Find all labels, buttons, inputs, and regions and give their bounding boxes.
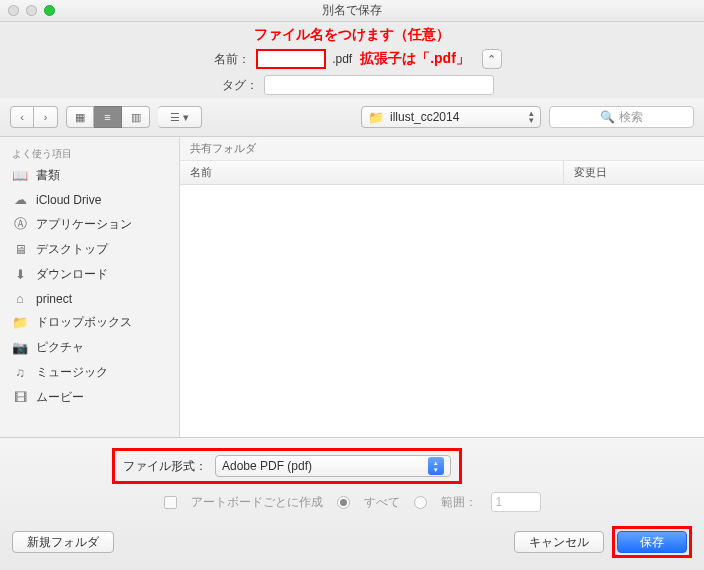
sidebar: よく使う項目 📖書類☁︎iCloud DriveⒶアプリケーション🖥デスクトップ… <box>0 137 180 437</box>
close-icon[interactable] <box>8 5 19 16</box>
book-icon: 📖 <box>12 168 28 183</box>
expand-toggle[interactable]: ⌃ <box>482 49 502 69</box>
sidebar-item[interactable]: ♫ミュージック <box>0 360 179 385</box>
sidebar-item-label: prinect <box>36 292 72 306</box>
options-row: アートボードごとに作成 すべて 範囲： 1 <box>12 492 692 512</box>
nav-forward-button[interactable]: › <box>34 106 58 128</box>
movie-icon: 🎞 <box>12 390 28 405</box>
nav-seg: ‹ › <box>10 106 58 128</box>
sidebar-item[interactable]: ⌂prinect <box>0 287 179 310</box>
view-icons-button[interactable]: ▦ <box>66 106 94 128</box>
stepper-arrows-icon: ▴▾ <box>529 110 534 124</box>
save-dialog-window: 別名で保存 ファイル名をつけます（任意） 名前： .pdf 拡張子は「.pdf」… <box>0 0 704 570</box>
columns-icon: ▥ <box>131 111 141 124</box>
sidebar-item[interactable]: 🎞ムービー <box>0 385 179 410</box>
titlebar: 別名で保存 <box>0 0 704 22</box>
group-icon: ☰ ▾ <box>170 111 189 124</box>
annotation-extension: 拡張子は「.pdf」 <box>360 50 470 68</box>
format-selected: Adobe PDF (pdf) <box>222 459 312 473</box>
folder-icon: 📁 <box>368 110 384 125</box>
path-hint: 共有フォルダ <box>180 137 704 161</box>
file-list-pane: 共有フォルダ 名前 変更日 <box>180 137 704 437</box>
group-seg: ☰ ▾ <box>158 106 202 128</box>
sidebar-item[interactable]: ⬇ダウンロード <box>0 262 179 287</box>
sidebar-item[interactable]: 🖥デスクトップ <box>0 237 179 262</box>
sidebar-item-label: アプリケーション <box>36 216 132 233</box>
sidebar-item-label: ダウンロード <box>36 266 108 283</box>
annotation-filename: ファイル名をつけます（任意） <box>0 22 704 46</box>
toolbar: ‹ › ▦ ≡ ▥ ☰ ▾ 📁 illust_cc2014 ▴▾ 🔍 検索 <box>0 98 704 137</box>
chevron-right-icon: › <box>44 111 48 123</box>
bottom-panel: ファイル形式： Adobe PDF (pdf) ▴▾ アートボードごとに作成 す… <box>0 438 704 570</box>
artboard-label: アートボードごとに作成 <box>191 494 323 511</box>
col-name-header[interactable]: 名前 <box>180 161 564 184</box>
nav-back-button[interactable]: ‹ <box>10 106 34 128</box>
search-placeholder: 検索 <box>619 109 643 126</box>
search-input[interactable]: 🔍 検索 <box>549 106 694 128</box>
tag-row: タグ： <box>0 72 704 98</box>
tag-input[interactable] <box>264 75 494 95</box>
range-input[interactable]: 1 <box>491 492 541 512</box>
music-icon: ♫ <box>12 365 28 380</box>
sidebar-item-label: 書類 <box>36 167 60 184</box>
grid-icon: ▦ <box>75 111 85 124</box>
file-browser: よく使う項目 📖書類☁︎iCloud DriveⒶアプリケーション🖥デスクトップ… <box>0 137 704 438</box>
sidebar-item-label: デスクトップ <box>36 241 108 258</box>
chevron-up-icon: ⌃ <box>487 53 496 66</box>
sidebar-heading: よく使う項目 <box>0 143 179 163</box>
all-label: すべて <box>364 494 400 511</box>
desktop-icon: 🖥 <box>12 242 28 257</box>
file-listing[interactable] <box>180 185 704 437</box>
all-radio[interactable] <box>337 496 350 509</box>
range-label: 範囲： <box>441 494 477 511</box>
artboard-checkbox[interactable] <box>164 496 177 509</box>
zoom-icon[interactable] <box>44 5 55 16</box>
sidebar-item[interactable]: 📖書類 <box>0 163 179 188</box>
sidebar-item-label: ミュージック <box>36 364 108 381</box>
view-seg: ▦ ≡ ▥ <box>66 106 150 128</box>
range-radio[interactable] <box>414 496 427 509</box>
sidebar-item-label: ドロップボックス <box>36 314 132 331</box>
sidebar-item[interactable]: Ⓐアプリケーション <box>0 211 179 237</box>
folder-name: illust_cc2014 <box>390 110 523 124</box>
format-select[interactable]: Adobe PDF (pdf) ▴▾ <box>215 455 451 477</box>
cloud-icon: ☁︎ <box>12 192 28 207</box>
save-highlight: 保存 <box>612 526 692 558</box>
new-folder-button[interactable]: 新規フォルダ <box>12 531 114 553</box>
folder-dropdown[interactable]: 📁 illust_cc2014 ▴▾ <box>361 106 541 128</box>
name-row: 名前： .pdf 拡張子は「.pdf」 ⌃ <box>0 46 704 72</box>
folder-icon: 📁 <box>12 315 28 330</box>
apps-icon: Ⓐ <box>12 215 28 233</box>
button-row: 新規フォルダ キャンセル 保存 <box>12 526 692 558</box>
group-by-button[interactable]: ☰ ▾ <box>158 106 202 128</box>
search-icon: 🔍 <box>600 110 615 124</box>
view-columns-button[interactable]: ▥ <box>122 106 150 128</box>
download-icon: ⬇ <box>12 267 28 282</box>
name-label: 名前： <box>202 51 250 68</box>
save-button[interactable]: 保存 <box>617 531 687 553</box>
file-extension: .pdf <box>332 52 352 66</box>
column-header: 名前 変更日 <box>180 161 704 185</box>
chevron-left-icon: ‹ <box>20 111 24 123</box>
tag-label: タグ： <box>210 77 258 94</box>
sidebar-item[interactable]: 📁ドロップボックス <box>0 310 179 335</box>
traffic-lights <box>8 5 55 16</box>
col-date-header[interactable]: 変更日 <box>564 161 704 184</box>
sidebar-item-label: ピクチャ <box>36 339 84 356</box>
cancel-button[interactable]: キャンセル <box>514 531 604 553</box>
filename-input[interactable] <box>256 49 326 69</box>
view-list-button[interactable]: ≡ <box>94 106 122 128</box>
format-label: ファイル形式： <box>123 458 207 475</box>
camera-icon: 📷 <box>12 340 28 355</box>
stepper-arrows-icon: ▴▾ <box>428 457 444 475</box>
sidebar-item-label: ムービー <box>36 389 84 406</box>
window-title: 別名で保存 <box>0 2 704 19</box>
format-row: ファイル形式： Adobe PDF (pdf) ▴▾ <box>112 448 462 484</box>
list-icon: ≡ <box>104 111 110 123</box>
home-icon: ⌂ <box>12 291 28 306</box>
sidebar-item[interactable]: 📷ピクチャ <box>0 335 179 360</box>
sidebar-item[interactable]: ☁︎iCloud Drive <box>0 188 179 211</box>
minimize-icon[interactable] <box>26 5 37 16</box>
sidebar-item-label: iCloud Drive <box>36 193 101 207</box>
